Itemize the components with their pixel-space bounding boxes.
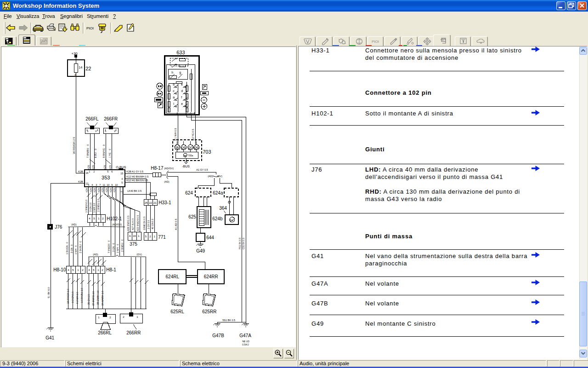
svg-text:(AD): (AD) — [208, 175, 213, 178]
svg-text:266FL: 266FL — [85, 116, 99, 121]
svg-text:(AD): (AD) — [71, 223, 76, 226]
svg-text:A26 BN/YE 0.5: A26 BN/YE 0.5 — [127, 215, 130, 231]
svg-text:51 BK 6.0: 51 BK 6.0 — [47, 287, 50, 298]
svg-text:T BN/GN · 0: T BN/GN · 0 — [107, 241, 110, 253]
svg-text:NE UD: NE UD — [242, 340, 249, 343]
svg-text:K2B: K2B — [105, 188, 108, 192]
svg-text:(GV): (GV) — [136, 253, 142, 256]
svg-text:6 BU · 0: 6 BU · 0 — [94, 149, 97, 158]
svg-text:A1 GY 0.5: A1 GY 0.5 — [196, 168, 208, 171]
svg-text:4: 4 — [121, 178, 123, 180]
svg-text:9: 9 — [111, 184, 113, 186]
svg-text:K2B: K2B — [113, 188, 116, 192]
svg-text:K2B: K2B — [97, 188, 100, 192]
svg-text:5S1 BK 0.5: 5S1 BK 0.5 — [222, 319, 235, 322]
svg-text:-BUS: -BUS — [182, 165, 190, 168]
svg-text:(GV): (GV) — [217, 175, 222, 178]
svg-text:1: 1 — [154, 235, 156, 238]
svg-text:K2B: K2B — [103, 165, 106, 169]
svg-text:0-2 WH 1.0: 0-2 WH 1.0 — [76, 292, 79, 304]
svg-text:703: 703 — [203, 149, 211, 155]
svg-text:A: A — [129, 235, 131, 237]
svg-text:h: h — [171, 71, 173, 74]
svg-text:624a: 624a — [213, 190, 223, 196]
svg-text:2 BN/BU 1.0: 2 BN/BU 1.0 — [97, 199, 100, 212]
svg-text:353: 353 — [102, 175, 110, 180]
svg-text:K12 I40 BN/WH 0.5: K12 I40 BN/WH 0.5 — [126, 175, 148, 178]
svg-text:2: 2 — [102, 217, 104, 220]
svg-text:K2B: K2B — [78, 170, 83, 173]
svg-text:4: 4 — [74, 73, 76, 76]
svg-text:38 GN/BK 1.0: 38 GN/BK 1.0 — [96, 290, 99, 305]
svg-text:K2B: K2B — [93, 188, 96, 192]
svg-text:4: 4 — [68, 269, 69, 271]
svg-text:6: 6 — [111, 170, 113, 173]
svg-text:375: 375 — [130, 242, 137, 247]
svg-text:624b: 624b — [212, 216, 223, 221]
svg-text:625RL: 625RL — [170, 309, 184, 314]
svg-text:5: 5 — [93, 269, 95, 271]
svg-text:d: d — [181, 89, 183, 92]
svg-text:364: 364 — [219, 206, 227, 211]
svg-text:266RL: 266RL — [98, 330, 112, 335]
svg-text:1 BK/GN · 0: 1 BK/GN · 0 — [66, 242, 68, 254]
svg-text:g: g — [179, 71, 181, 75]
svg-text:5: 5 — [93, 217, 95, 220]
svg-text:H8-10: H8-10 — [53, 267, 66, 272]
svg-text:5: 5 — [107, 170, 108, 173]
svg-text:K2B A1 GY 0.5: K2B A1 GY 0.5 — [126, 170, 143, 173]
svg-text:b: b — [173, 83, 175, 86]
svg-text:G41: G41 — [45, 335, 54, 340]
svg-text:3: 3 — [96, 184, 97, 186]
svg-text:624RR: 624RR — [204, 274, 218, 279]
svg-text:H8-1: H8-1 — [106, 267, 116, 272]
svg-text:2: 2 — [82, 269, 84, 271]
svg-text:A1 AD 0.5: A1 AD 0.5 — [175, 218, 177, 230]
svg-text:c: c — [173, 89, 175, 92]
svg-text:H33-1: H33-1 — [158, 200, 171, 205]
svg-text:K2B: K2B — [109, 165, 112, 169]
svg-text:5: 5 — [145, 235, 147, 238]
svg-text:14: 14 — [79, 66, 82, 69]
svg-text:30 RD/GN 2.5: 30 RD/GN 2.5 — [73, 137, 75, 154]
svg-text:1 BN/GN 1.0: 1 BN/GN 1.0 — [85, 200, 88, 213]
svg-text:9 BN/YE · 0: 9 BN/YE · 0 — [102, 144, 105, 158]
svg-text:(AD): (AD) — [164, 180, 169, 183]
svg-text:771: 771 — [158, 235, 166, 240]
svg-text:22: 22 — [149, 201, 152, 204]
svg-text:k: k — [181, 83, 183, 86]
svg-text:5: 5 — [72, 269, 74, 271]
svg-text:16: 16 — [133, 235, 136, 237]
svg-text:1-0 BK/BU 1.0: 1-0 BK/BU 1.0 — [80, 288, 83, 303]
svg-text:a: a — [173, 96, 175, 99]
svg-text:K2B: K2B — [92, 165, 95, 169]
svg-text:22: 22 — [85, 66, 91, 71]
svg-text:1: 1 — [97, 269, 99, 271]
svg-text:35 GY 1.0: 35 GY 1.0 — [87, 294, 90, 305]
svg-text:3 GN · 0: 3 GN · 0 — [70, 244, 73, 253]
svg-text:624: 624 — [185, 190, 193, 196]
svg-text:2: 2 — [149, 235, 151, 238]
svg-text:O-BUS: O-BUS — [116, 166, 126, 169]
svg-text:10: 10 — [115, 184, 118, 186]
svg-text:l: l — [173, 102, 174, 105]
svg-text:1: 1 — [98, 217, 100, 220]
svg-text:C2 YE 0.5: C2 YE 0.5 — [192, 129, 194, 140]
svg-text:A: A — [190, 112, 192, 115]
svg-text:705a: 705a — [188, 154, 193, 157]
svg-text:C31 BK 0.5: C31 BK 0.5 — [242, 237, 245, 249]
svg-text:266RR: 266RR — [126, 330, 141, 335]
svg-text:3A WH/BK 1.0: 3A WH/BK 1.0 — [101, 291, 104, 305]
svg-text:624RL: 624RL — [166, 274, 180, 279]
svg-text:5: 5 — [121, 181, 123, 184]
svg-text:2: 2 — [95, 130, 97, 132]
svg-text:4: 4 — [88, 269, 90, 271]
svg-text:2: 2 — [102, 269, 103, 271]
svg-text:C1 WH 0.5: C1 WH 0.5 — [174, 128, 177, 140]
svg-text:1-2 GN 1.0: 1-2 GN 1.0 — [71, 292, 74, 303]
svg-text:4: 4 — [89, 217, 90, 220]
svg-text:40 GN 0.5: 40 GN 0.5 — [151, 218, 154, 229]
svg-text:10: 10 — [107, 184, 109, 186]
svg-text:2: 2 — [123, 316, 124, 318]
svg-text:K2B: K2B — [109, 188, 112, 192]
